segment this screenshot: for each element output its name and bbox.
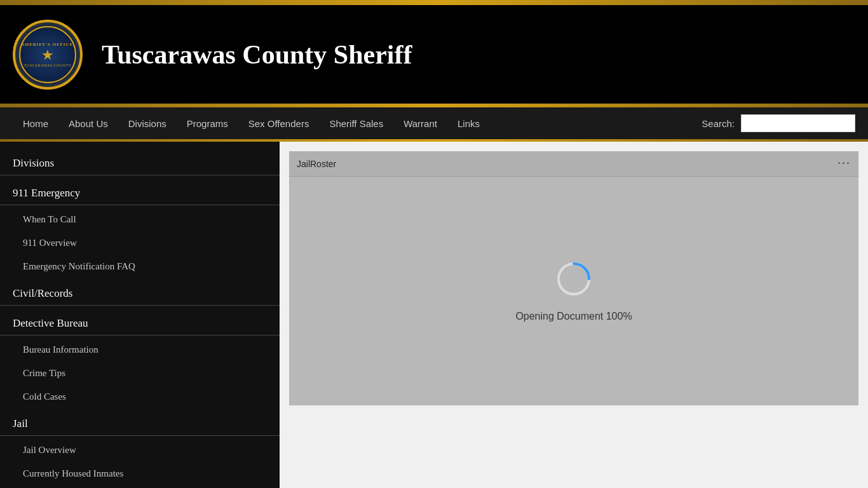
- sidebar-item-cold-cases[interactable]: Cold Cases: [0, 385, 280, 409]
- loading-text: Opening Document 100%: [515, 311, 632, 322]
- navbar: Home About Us Divisions Programs Sex Off…: [0, 107, 868, 139]
- sidebar-item-road-patrol[interactable]: Road Patrol and Special Units: [0, 485, 280, 488]
- sidebar-item-when-to-call[interactable]: When To Call: [0, 208, 280, 231]
- nav-warrant[interactable]: Warrant: [393, 109, 447, 138]
- nav-links[interactable]: Links: [447, 109, 490, 138]
- sidebar-item-currently-housed-inmates[interactable]: Currently Housed Inmates: [0, 462, 280, 485]
- sidebar-item-divisions[interactable]: Divisions: [0, 148, 280, 175]
- logo-top-text: SHERIFF'S OFFICE: [22, 42, 73, 47]
- sidebar: Divisions 911 Emergency When To Call 911…: [0, 142, 280, 488]
- main-panel: JailRoster ··· Opening Document 100%: [280, 142, 868, 488]
- sidebar-item-emergency-notification-faq[interactable]: Emergency Notification FAQ: [0, 255, 280, 278]
- sidebar-item-911-overview[interactable]: 911 Overview: [0, 231, 280, 255]
- nav-divisions[interactable]: Divisions: [118, 109, 177, 138]
- loading-container: Opening Document 100%: [515, 260, 632, 322]
- viewer-content: Opening Document 100%: [289, 177, 858, 405]
- sheriff-logo: SHERIFF'S OFFICE ★ TUSCARAWAS COUNTY: [13, 20, 83, 90]
- sidebar-item-detective-bureau[interactable]: Detective Bureau: [0, 308, 280, 336]
- nav-links: Home About Us Divisions Programs Sex Off…: [13, 109, 490, 138]
- search-input[interactable]: [741, 114, 855, 132]
- sidebar-item-jail-overview[interactable]: Jail Overview: [0, 438, 280, 462]
- sidebar-item-civil-records[interactable]: Civil/Records: [0, 278, 280, 306]
- nav-sex-offenders[interactable]: Sex Offenders: [238, 109, 320, 138]
- logo-bottom-text: TUSCARAWAS COUNTY: [24, 64, 71, 67]
- loading-spinner: [555, 260, 593, 298]
- sidebar-item-crime-tips[interactable]: Crime Tips: [0, 362, 280, 385]
- sidebar-item-911-emergency[interactable]: 911 Emergency: [0, 178, 280, 205]
- search-label: Search:: [702, 118, 735, 129]
- search-area: Search:: [702, 114, 855, 132]
- sidebar-item-jail[interactable]: Jail: [0, 409, 280, 436]
- sidebar-item-bureau-information[interactable]: Bureau Information: [0, 338, 280, 362]
- document-viewer: JailRoster ··· Opening Document 100%: [289, 151, 858, 405]
- logo-star-icon: ★: [41, 47, 54, 64]
- top-accent-bar: [0, 0, 868, 5]
- header: SHERIFF'S OFFICE ★ TUSCARAWAS COUNTY Tus…: [0, 5, 868, 104]
- nav-about-us[interactable]: About Us: [58, 109, 118, 138]
- nav-home[interactable]: Home: [13, 109, 58, 138]
- nav-programs[interactable]: Programs: [177, 109, 238, 138]
- viewer-topbar: JailRoster ···: [289, 151, 858, 177]
- nav-sheriff-sales[interactable]: Sheriff Sales: [319, 109, 393, 138]
- site-title: Tuscarawas County Sheriff: [102, 39, 412, 70]
- viewer-menu-icon[interactable]: ···: [837, 156, 851, 171]
- viewer-title: JailRoster: [297, 159, 336, 169]
- logo-inner: SHERIFF'S OFFICE ★ TUSCARAWAS COUNTY: [19, 26, 76, 83]
- content-area: Divisions 911 Emergency When To Call 911…: [0, 142, 868, 488]
